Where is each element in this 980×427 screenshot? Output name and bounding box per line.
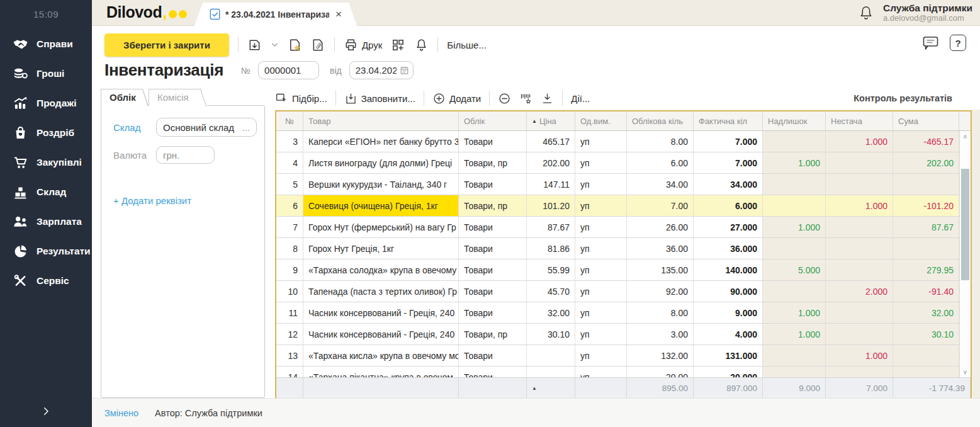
cell-Товар[interactable]: «Тархана кисла» крупа в овечому мо <box>303 345 459 366</box>
cell-№[interactable]: 5 <box>276 174 303 195</box>
table-scrollbar[interactable]: ∧ ∨ <box>959 131 971 377</box>
cell-Облік[interactable]: Товари, пр <box>459 152 527 173</box>
table-row[interactable]: 3Каперси «ЕГІОН» пет банку брутто 3Товар… <box>276 131 959 152</box>
scroll-up-icon[interactable]: ∧ <box>960 133 971 140</box>
table-row[interactable]: 5Вершки кукурудзи - Таіланд, 340 гТовари… <box>276 174 959 195</box>
cell-Сума[interactable]: 87.67 <box>893 217 959 237</box>
cell-Од.вим.[interactable]: уп <box>575 195 627 216</box>
sidebar-item-hroshi[interactable]: Гроші <box>0 59 92 88</box>
sidebar-item-zakupivli[interactable]: Закупівлі <box>0 147 92 177</box>
reminder-bell-button[interactable] <box>414 38 429 52</box>
cell-Ціна[interactable]: 32.00 <box>527 302 575 323</box>
sidebar-item-servis[interactable]: Сервіс <box>0 266 92 295</box>
cell-Облік[interactable]: Товари, пр <box>459 195 527 216</box>
cell-Ціна[interactable] <box>527 345 575 366</box>
cell-Од.вим.[interactable]: уп <box>575 238 627 259</box>
cell-Товар[interactable]: Тапенада (паста з тертих оливок) Гр <box>303 281 459 302</box>
cell-Ціна[interactable]: 81.86 <box>527 238 575 259</box>
cell-Нестача[interactable] <box>826 259 893 280</box>
cell-Фактична кіл[interactable]: 34.000 <box>694 174 763 195</box>
cell-Фактична кіл[interactable]: 140.000 <box>694 259 763 280</box>
cell-Товар[interactable]: Часник консервований - Греція, 240 <box>303 302 459 323</box>
table-row[interactable]: 6Сочевиця (очищена) Греція, 1кгТовари, п… <box>276 195 959 217</box>
cell-Надлишок[interactable] <box>763 281 826 302</box>
cell-Товар[interactable]: Каперси «ЕГІОН» пет банку брутто 3 <box>303 131 459 152</box>
dilovod-logo[interactable]: Dilovod, <box>106 3 187 21</box>
document-number-input[interactable] <box>258 61 319 79</box>
cell-Од.вим.[interactable]: уп <box>575 217 627 237</box>
cell-Ціна[interactable]: 101.20 <box>527 195 575 216</box>
notification-bell-icon[interactable] <box>859 5 874 21</box>
cell-Надлишок[interactable]: 1.000 <box>763 302 826 323</box>
cell-Облік[interactable]: Товари, пр <box>459 324 527 344</box>
cell-Надлишок[interactable] <box>763 367 826 377</box>
cell-Облік[interactable]: Товари <box>459 174 527 195</box>
table-row[interactable]: 13«Тархана кисла» крупа в овечому моТова… <box>276 345 959 367</box>
cell-Облік[interactable]: Товари <box>459 345 527 366</box>
cell-Фактична кіл[interactable]: 90.000 <box>694 281 763 302</box>
column-header-9[interactable]: Сума <box>893 111 959 130</box>
cell-Товар[interactable]: Часник консервований - Греція, 240 <box>303 324 459 344</box>
cell-Од.вим.[interactable]: уп <box>575 152 627 173</box>
column-header-3[interactable]: ▲Ціна <box>527 111 575 130</box>
document-tab[interactable]: * 23.04.2021 Інвентаризація 000 × <box>194 3 357 26</box>
cell-Облікова кіль[interactable]: 8.00 <box>627 131 694 152</box>
cell-Од.вим.[interactable]: уп <box>575 324 627 344</box>
user-info[interactable]: Служба підтримки a.delovod@gmail.com <box>883 3 972 23</box>
cell-№[interactable]: 11 <box>276 302 303 323</box>
warehouse-field[interactable]: Основний склад ... <box>156 118 257 137</box>
cell-Надлишок[interactable] <box>763 131 826 152</box>
more-button[interactable]: Більше... <box>447 40 487 50</box>
scroll-down-icon[interactable]: ∨ <box>960 368 971 375</box>
column-header-6[interactable]: Фактична кіл <box>694 111 763 130</box>
cell-Од.вим.[interactable]: уп <box>575 367 627 377</box>
comments-button[interactable] <box>922 35 939 51</box>
cell-Од.вим.[interactable]: уп <box>575 281 627 302</box>
column-header-0[interactable]: № <box>276 111 303 130</box>
cell-Сума[interactable]: 32.00 <box>893 302 959 323</box>
sidebar-item-zarplata[interactable]: Зарплата <box>0 207 92 236</box>
cell-Фактична кіл[interactable]: 7.000 <box>694 152 763 173</box>
cell-Нестача[interactable] <box>826 367 893 377</box>
cell-Ціна[interactable]: 202.00 <box>527 152 575 173</box>
sidebar-item-rezultaty[interactable]: Результати <box>0 236 92 266</box>
cell-Нестача[interactable] <box>826 217 893 237</box>
cell-Надлишок[interactable] <box>763 345 826 366</box>
cell-Товар[interactable]: Вершки кукурудзи - Таіланд, 340 г <box>303 174 459 195</box>
cell-№[interactable]: 8 <box>276 238 303 259</box>
cell-Нестача[interactable] <box>826 302 893 323</box>
cell-Товар[interactable]: Горох Нут Греція, 1кг <box>303 238 459 259</box>
cell-Сума[interactable]: -101.20 <box>893 195 959 216</box>
table-row[interactable]: 12Часник консервований - Греція, 240Това… <box>276 324 959 345</box>
cell-Фактична кіл[interactable]: 36.000 <box>694 238 763 259</box>
cell-Ціна[interactable]: 465.17 <box>527 131 575 152</box>
column-header-1[interactable]: Товар <box>303 111 459 130</box>
cell-Нестача[interactable]: 1.000 <box>826 195 893 216</box>
cell-Ціна[interactable]: 87.67 <box>527 217 575 237</box>
cell-Нестача[interactable] <box>826 324 893 344</box>
cell-Облік[interactable]: Товари <box>459 302 527 323</box>
control-results-label[interactable]: Контроль результатів <box>853 93 971 103</box>
column-header-2[interactable]: Облік <box>459 111 527 130</box>
cell-Облік[interactable]: Товари <box>459 238 527 259</box>
cell-Надлишок[interactable] <box>763 195 826 216</box>
cell-Облікова кіль[interactable]: 7.00 <box>627 195 694 216</box>
tab-oblik[interactable]: Облік <box>101 89 149 106</box>
column-header-7[interactable]: Надлишок <box>763 111 826 130</box>
table-row[interactable]: 9«Тархана солодка» крупа в овечомуТовари… <box>276 259 959 281</box>
sidebar-item-sklad[interactable]: Склад <box>0 177 92 207</box>
cell-Товар[interactable]: Листя винограду (для долми) Греці <box>303 152 459 173</box>
cell-Од.вим.[interactable]: уп <box>575 131 627 152</box>
cell-Облікова кіль[interactable]: 6.00 <box>627 152 694 173</box>
cell-Фактична кіл[interactable]: 20.000 <box>694 367 763 377</box>
tab-close-icon[interactable]: × <box>335 9 342 20</box>
column-header-8[interactable]: Нестача <box>826 111 893 130</box>
cell-Фактична кіл[interactable]: 131.000 <box>694 345 763 366</box>
cell-№[interactable]: 6 <box>276 195 303 216</box>
cell-Фактична кіл[interactable]: 6.000 <box>694 195 763 216</box>
table-row[interactable]: 8Горох Нут Греція, 1кгТовари81.86уп36.00… <box>276 238 959 259</box>
cell-Облікова кіль[interactable]: 132.00 <box>627 345 694 366</box>
add-row-button[interactable]: Додати <box>432 92 481 105</box>
template-button[interactable] <box>288 38 302 52</box>
cell-Облікова кіль[interactable]: 3.00 <box>627 324 694 344</box>
